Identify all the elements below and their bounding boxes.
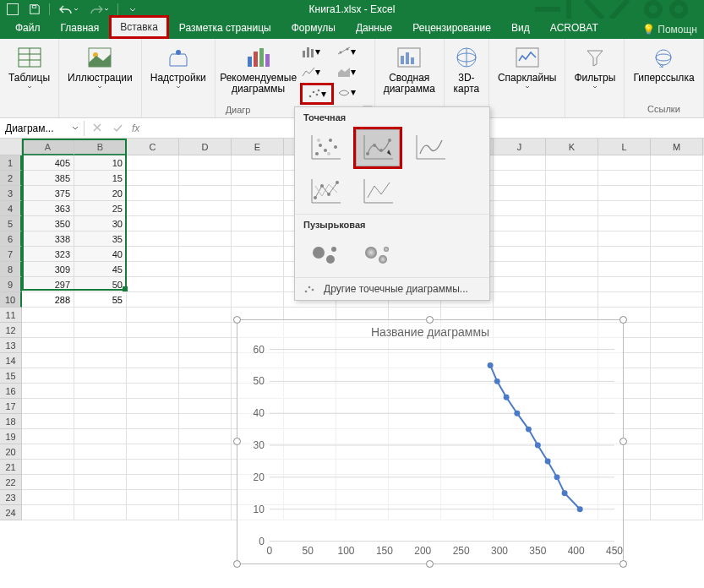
cell[interactable]: [127, 460, 179, 475]
cell[interactable]: [179, 475, 232, 490]
cell[interactable]: [127, 475, 179, 490]
illustrations-button[interactable]: Иллюстрации: [64, 42, 136, 90]
cell[interactable]: [494, 216, 546, 231]
cell[interactable]: 20: [74, 186, 127, 201]
cell[interactable]: [232, 231, 284, 247]
cell[interactable]: [127, 323, 179, 338]
cell[interactable]: [127, 262, 179, 277]
cell[interactable]: [127, 338, 179, 353]
cell[interactable]: [494, 292, 546, 308]
tell-me[interactable]: 💡Помощн: [636, 20, 704, 39]
cell[interactable]: [546, 201, 598, 216]
cell[interactable]: [74, 384, 127, 399]
cell[interactable]: [127, 171, 179, 186]
cell[interactable]: [179, 384, 232, 399]
cell[interactable]: [179, 323, 232, 338]
cell[interactable]: [127, 444, 179, 460]
row-header[interactable]: 3: [0, 186, 22, 201]
row-header[interactable]: 16: [0, 384, 22, 399]
cell[interactable]: [22, 308, 74, 323]
cell[interactable]: [232, 292, 284, 308]
hyperlink-button[interactable]: Гиперссылка: [630, 42, 697, 85]
tab-page-layout[interactable]: Разметка страницы: [169, 17, 281, 39]
col-header[interactable]: E: [232, 139, 284, 155]
chart-scatter-icon[interactable]: ▾: [300, 83, 334, 105]
cell[interactable]: [546, 216, 598, 231]
cell[interactable]: [651, 186, 703, 201]
cell[interactable]: [598, 186, 651, 201]
row-header[interactable]: 4: [0, 201, 22, 216]
cell[interactable]: [598, 171, 651, 186]
cell[interactable]: [598, 231, 651, 247]
select-all-corner[interactable]: [0, 139, 22, 155]
chart-title[interactable]: Название диаграммы: [237, 320, 623, 344]
cell[interactable]: [74, 429, 127, 444]
cell[interactable]: 30: [74, 216, 127, 231]
chart-plot-area[interactable]: 0102030405060050100150200250300350400450: [237, 344, 623, 562]
cell[interactable]: [651, 384, 703, 399]
tab-file[interactable]: Файл: [5, 17, 51, 39]
cell[interactable]: [179, 216, 232, 231]
row-header[interactable]: 22: [0, 475, 22, 490]
cell[interactable]: [651, 277, 703, 292]
scatter-straight-markers-option[interactable]: [303, 173, 347, 210]
cell[interactable]: [127, 429, 179, 444]
cell[interactable]: [494, 231, 546, 247]
cell[interactable]: [494, 277, 546, 292]
cell[interactable]: 323: [22, 247, 74, 262]
cell[interactable]: [651, 490, 703, 505]
scatter-smooth-markers-option[interactable]: [356, 129, 400, 166]
cell[interactable]: [232, 171, 284, 186]
cell[interactable]: [22, 323, 74, 338]
cell[interactable]: [179, 247, 232, 262]
row-header[interactable]: 9: [0, 277, 22, 292]
col-header[interactable]: B: [74, 139, 127, 155]
cell[interactable]: [127, 201, 179, 216]
cell[interactable]: [651, 201, 703, 216]
bubble-3d-option[interactable]: [356, 237, 400, 274]
cell[interactable]: [179, 490, 232, 505]
cell[interactable]: [232, 186, 284, 201]
cell[interactable]: [127, 353, 179, 368]
cell[interactable]: [232, 216, 284, 231]
cell[interactable]: 50: [74, 277, 127, 292]
cell[interactable]: [651, 368, 703, 384]
cell[interactable]: [22, 429, 74, 444]
cell[interactable]: [598, 201, 651, 216]
row-header[interactable]: 1: [0, 155, 22, 171]
name-box[interactable]: Диаграм...: [0, 121, 85, 136]
3dmap-button[interactable]: 3D-карта: [450, 42, 483, 96]
cell[interactable]: 309: [22, 262, 74, 277]
cell[interactable]: [179, 429, 232, 444]
excel-icon[interactable]: [3, 1, 22, 18]
col-header[interactable]: J: [494, 139, 546, 155]
cell[interactable]: [179, 277, 232, 292]
cell[interactable]: [598, 155, 651, 171]
row-header[interactable]: 11: [0, 308, 22, 323]
cell[interactable]: [651, 399, 703, 414]
cell[interactable]: [546, 155, 598, 171]
cell[interactable]: 375: [22, 186, 74, 201]
cell[interactable]: [127, 292, 179, 308]
cell[interactable]: [22, 353, 74, 368]
tab-review[interactable]: Рецензирование: [402, 17, 501, 39]
pivotchart-button[interactable]: Сводная диаграмма: [380, 42, 439, 96]
cell[interactable]: [651, 262, 703, 277]
tab-view[interactable]: Вид: [501, 17, 540, 39]
tab-formulas[interactable]: Формулы: [281, 17, 346, 39]
row-header[interactable]: 8: [0, 262, 22, 277]
row-header[interactable]: 21: [0, 460, 22, 475]
cell[interactable]: [127, 490, 179, 505]
cell[interactable]: [494, 171, 546, 186]
filters-button[interactable]: Фильтры: [570, 42, 619, 90]
cell[interactable]: [651, 475, 703, 490]
tab-insert[interactable]: Вставка: [109, 15, 169, 39]
cell[interactable]: [598, 277, 651, 292]
row-header[interactable]: 18: [0, 414, 22, 429]
sparklines-button[interactable]: Спарклайны: [494, 42, 560, 90]
cell[interactable]: [651, 353, 703, 368]
cell[interactable]: [127, 231, 179, 247]
bubble-option[interactable]: [303, 237, 347, 274]
cell[interactable]: 55: [74, 292, 127, 308]
cell[interactable]: [127, 505, 179, 520]
